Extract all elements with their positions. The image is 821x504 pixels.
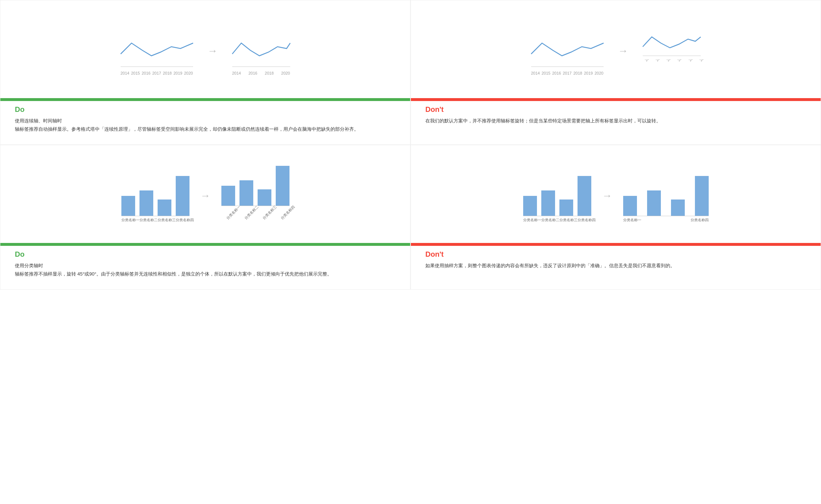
bars-row [623, 169, 709, 216]
line-chart-after-top-left: 2014 2016 2018 2020 [229, 27, 294, 75]
axis-label-rotated: 2018 [688, 59, 697, 62]
line-chart-before-top-left: 2014 2015 2016 2017 2018 2019 2020 [117, 27, 197, 75]
bar-label-rotated: 分类名称二 [243, 207, 257, 221]
desc-body: 轴标签推荐不抽样显示，旋转 45°或90°。由于分类轴标签并无连续性和相似性，是… [15, 271, 332, 277]
bar-chart-after-bottom-right: 分类名称一 分类名称四 [623, 169, 709, 223]
bar-chart-before-bottom-left: 分类名称一 分类名称二 分类名称三 分类名称四 [121, 169, 189, 223]
axis-label: 2018 [574, 71, 582, 75]
label-do: Do [15, 250, 396, 259]
description-bottom-right: 如果使用抽样方案，则整个图表传递的内容会有所缺失，违反了设计原则中的「准确」。信… [425, 261, 806, 270]
bar-labels: 分类名称一 分类名称二 分类名称三 分类名称四 [121, 218, 189, 223]
bar-label: 分类名称四 [578, 218, 591, 223]
bar-item [671, 200, 685, 216]
bar-label: 分类名称一 [623, 218, 641, 223]
bar-item [623, 196, 637, 216]
bar [647, 190, 661, 216]
bars-row [523, 169, 591, 216]
bar-item [239, 180, 253, 206]
bar-label: 分类名称二 [139, 218, 153, 223]
arrow-icon: → [602, 190, 612, 202]
bar-label: 分类名称四 [691, 218, 709, 223]
desc-body: 轴标签推荐自动抽样显示。参考格式塔中「连续性原理」，尽管轴标签受空间影响未展示完… [15, 126, 359, 132]
label-dont: Don't [425, 105, 806, 114]
chart-area-top-right: 2014 2015 2016 2017 2018 2019 2020 → 201… [425, 11, 806, 91]
desc-title: 使用分类轴时 [15, 263, 43, 268]
bar [541, 190, 555, 216]
bar-item [695, 176, 709, 216]
bar [623, 196, 637, 216]
bar-label: 分类名称三 [158, 218, 171, 223]
axis-label: 2019 [584, 71, 593, 75]
axis-label: 2016 [249, 71, 257, 75]
panel-top-right: 2014 2015 2016 2017 2018 2019 2020 → 201… [411, 0, 821, 145]
axis-label: 2020 [281, 71, 290, 75]
bar [239, 180, 253, 206]
bar-item [258, 189, 271, 206]
axis-label: 2015 [131, 71, 140, 75]
chart-area-bottom-right: 分类名称一 分类名称二 分类名称三 分类名称四 → [425, 156, 806, 236]
bar-label: 分类名称四 [176, 218, 189, 223]
bar-chart-before-bottom-right: 分类名称一 分类名称二 分类名称三 分类名称四 [523, 169, 591, 223]
axis-label: 2018 [265, 71, 274, 75]
axis-label: 2017 [563, 71, 571, 75]
bar [258, 189, 271, 206]
bar [523, 196, 537, 216]
description-top-left: 使用连续轴、时间轴时 轴标签推荐自动抽样显示。参考格式塔中「连续性原理」，尽管轴… [15, 117, 396, 134]
axis-label: 2019 [174, 71, 182, 75]
panel-top-left: 2014 2015 2016 2017 2018 2019 2020 → 201… [0, 0, 411, 145]
arrow-icon: → [208, 45, 218, 57]
panel-bottom-right: 分类名称一 分类名称二 分类名称三 分类名称四 → [411, 145, 821, 290]
divider-do [0, 243, 410, 246]
divider-dont [411, 98, 821, 101]
axis-label: 2017 [152, 71, 161, 75]
bar-labels: 分类名称一 分类名称二 分类名称三 分类名称四 [523, 218, 591, 223]
bar [671, 200, 685, 216]
divider-dont [411, 243, 821, 246]
line-chart-before-top-right: 2014 2015 2016 2017 2018 2019 2020 [528, 27, 607, 75]
bar-item [139, 190, 153, 216]
bar-label-rotated: 分类名称四 [280, 207, 293, 221]
axis-label: 2020 [595, 71, 603, 75]
panel-bottom-left: 分类名称一 分类名称二 分类名称三 分类名称四 → [0, 145, 411, 290]
axis-label: 2016 [552, 71, 561, 75]
arrow-icon: → [618, 45, 628, 57]
bar [559, 200, 573, 216]
chart-area-top-left: 2014 2015 2016 2017 2018 2019 2020 → 201… [15, 11, 396, 91]
bar-item [221, 186, 235, 206]
bar-label: 分类名称三 [559, 218, 573, 223]
axis-label-rotated: 2019 [699, 59, 704, 62]
desc-title: 使用连续轴、时间轴时 [15, 118, 62, 123]
axis-label: 2020 [184, 71, 193, 75]
bar-label: 分类名称二 [541, 218, 555, 223]
arrow-icon: → [200, 190, 211, 202]
bar [578, 176, 591, 216]
bar [221, 186, 235, 206]
bar-label-rotated: 分类名称三 [262, 207, 275, 221]
bar-item [276, 166, 289, 206]
bar-item [176, 176, 189, 216]
axis-label: 2018 [163, 71, 172, 75]
bar-item [541, 190, 555, 216]
axis-label: 2014 [121, 71, 129, 75]
desc-body: 在我们的默认方案中，并不推荐使用轴标签旋转；但是当某些特定场景需要把轴上所有标签… [425, 118, 661, 123]
label-dont: Don't [425, 250, 806, 259]
bar-chart-after-bottom-left: 分类名称一 分类名称二 分类名称三 分类名称四 [221, 159, 289, 233]
axis-label-rotated: 2015 [655, 59, 664, 62]
bar-label: 分类名称一 [523, 218, 537, 223]
bars-row [121, 169, 189, 216]
chart-area-bottom-left: 分类名称一 分类名称二 分类名称三 分类名称四 → [15, 156, 396, 236]
label-do: Do [15, 105, 396, 114]
description-top-right: 在我们的默认方案中，并不推荐使用轴标签旋转；但是当某些特定场景需要把轴上所有标签… [425, 117, 806, 125]
axis-label-rotated: 2016 [666, 59, 675, 62]
axis-label: 2016 [142, 71, 150, 75]
bar [176, 176, 189, 216]
axis-label-rotated: 2017 [677, 59, 685, 62]
axis-label: 2015 [542, 71, 550, 75]
axis-label: 2014 [232, 71, 241, 75]
bar [276, 166, 289, 206]
bars-row [221, 159, 289, 206]
bar-label: 分类名称一 [121, 218, 135, 223]
line-chart-after-top-right: 2014 2015 2016 2017 2018 2019 2020 [639, 23, 704, 79]
bar [695, 176, 709, 216]
bar-label-rotated: 分类名称一 [225, 207, 239, 221]
